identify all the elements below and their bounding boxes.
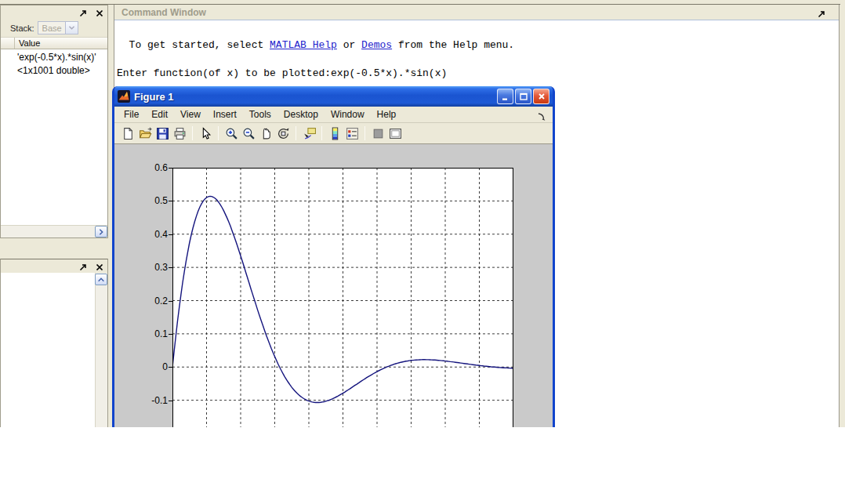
undock-icon[interactable]: [78, 261, 88, 270]
menu-view[interactable]: View: [174, 107, 207, 121]
stack-dropdown-value: Base: [38, 24, 65, 33]
screenshot-bottom-whitespace: [0, 427, 845, 504]
workspace-panel: Stack: Base Value 'exp(-0.5*x).*sin(x)'<…: [0, 5, 108, 238]
toolbar-separator: [218, 126, 219, 140]
command-window-titlebar: Command Window: [114, 5, 839, 20]
name-column-header[interactable]: [1, 38, 15, 49]
rotate-3d-button[interactable]: [274, 125, 292, 142]
zoom-in-button[interactable]: [223, 125, 240, 142]
y-tick-label: 0.3: [138, 262, 168, 273]
value-column-header[interactable]: Value: [15, 38, 107, 49]
dock-figure-icon[interactable]: [537, 111, 546, 120]
horizontal-scrollbar[interactable]: [1, 225, 107, 237]
scroll-up-button[interactable]: [95, 274, 107, 285]
toolbar-separator: [321, 126, 322, 140]
lower-left-panel-titlebar: [1, 259, 107, 273]
new-figure-button[interactable]: [119, 125, 136, 142]
plot-svg: [172, 168, 513, 433]
intro-middle: or: [337, 39, 361, 51]
menu-help[interactable]: Help: [371, 107, 403, 121]
minimize-button[interactable]: [497, 89, 513, 104]
menu-edit[interactable]: Edit: [145, 107, 174, 121]
hide-plot-tools-button[interactable]: [369, 125, 386, 142]
data-cursor-button[interactable]: [300, 125, 317, 142]
command-window-intro-line: To get started, select MATLAB Help or De…: [117, 39, 514, 51]
close-icon[interactable]: [95, 261, 104, 270]
figure-titlebar[interactable]: Figure 1: [114, 86, 553, 107]
insert-legend-button[interactable]: [343, 125, 361, 142]
workspace-variable-list: 'exp(-0.5*x).*sin(x)'<1x1001 double>: [1, 51, 107, 225]
chevron-down-icon: [65, 22, 78, 34]
undock-icon[interactable]: [817, 8, 826, 17]
workspace-panel-titlebar: [1, 5, 107, 19]
maximize-button[interactable]: [515, 89, 531, 104]
figure-canvas: 0.60.50.40.30.20.10-0.1: [114, 144, 553, 452]
matlab-help-link[interactable]: MATLAB Help: [270, 39, 337, 51]
toolbar-separator: [296, 126, 296, 140]
y-tick-label: -0.1: [138, 395, 168, 406]
close-icon[interactable]: [95, 7, 104, 16]
plot-axes[interactable]: [172, 168, 513, 433]
menu-file[interactable]: File: [118, 107, 145, 121]
save-figure-button[interactable]: [154, 125, 171, 142]
figure-menubar: FileEditViewInsertToolsDesktopWindowHelp: [114, 107, 553, 123]
y-tick-label: 0.6: [138, 162, 168, 173]
matlab-desktop: Command Window To get started, select MA…: [0, 0, 845, 504]
show-plot-tools-button[interactable]: [386, 125, 404, 142]
insert-colorbar-button[interactable]: [326, 125, 343, 142]
undock-icon[interactable]: [78, 7, 88, 16]
stack-dropdown[interactable]: Base: [38, 21, 78, 34]
stack-label: Stack:: [10, 24, 34, 33]
figure-title: Figure 1: [134, 91, 174, 103]
menu-window[interactable]: Window: [325, 107, 371, 121]
workspace-toolbar: Stack: Base: [1, 19, 107, 38]
demos-link[interactable]: Demos: [361, 39, 392, 51]
y-tick-label: 0.1: [138, 328, 168, 339]
workspace-column-headers: Value: [1, 38, 107, 49]
toolbar-separator: [192, 126, 193, 140]
lower-left-panel: [0, 259, 108, 431]
intro-prefix: To get started, select: [117, 39, 270, 51]
scroll-right-button[interactable]: [95, 226, 107, 237]
y-tick-label: 0.2: [138, 296, 168, 306]
workspace-row[interactable]: 'exp(-0.5*x).*sin(x)': [1, 51, 107, 64]
print-figure-button[interactable]: [171, 125, 188, 142]
open-file-button[interactable]: [136, 125, 154, 142]
command-window-title: Command Window: [114, 5, 839, 18]
y-tick-label: 0.5: [138, 195, 168, 206]
y-tick-label: 0.4: [138, 229, 168, 240]
y-tick-label: 0: [138, 361, 168, 372]
zoom-out-button[interactable]: [240, 125, 257, 142]
close-button[interactable]: [533, 89, 549, 104]
vertical-scrollbar[interactable]: [95, 273, 107, 430]
menu-tools[interactable]: Tools: [243, 107, 277, 121]
workspace-row[interactable]: <1x1001 double>: [1, 64, 107, 78]
pan-button[interactable]: [257, 125, 274, 142]
menu-desktop[interactable]: Desktop: [277, 107, 325, 121]
matlab-logo-icon: [118, 90, 130, 103]
edit-plot-button[interactable]: [197, 125, 214, 142]
figure-toolbar: [114, 123, 553, 144]
intro-suffix: from the Help menu.: [392, 39, 514, 51]
menu-insert[interactable]: Insert: [207, 107, 243, 121]
figure-window: Figure 1 FileEditViewInsertToolsDesktopW…: [112, 86, 555, 455]
command-prompt-line[interactable]: Enter function(of x) to be plotted:exp(-…: [117, 67, 447, 79]
toolbar-separator: [364, 126, 365, 140]
